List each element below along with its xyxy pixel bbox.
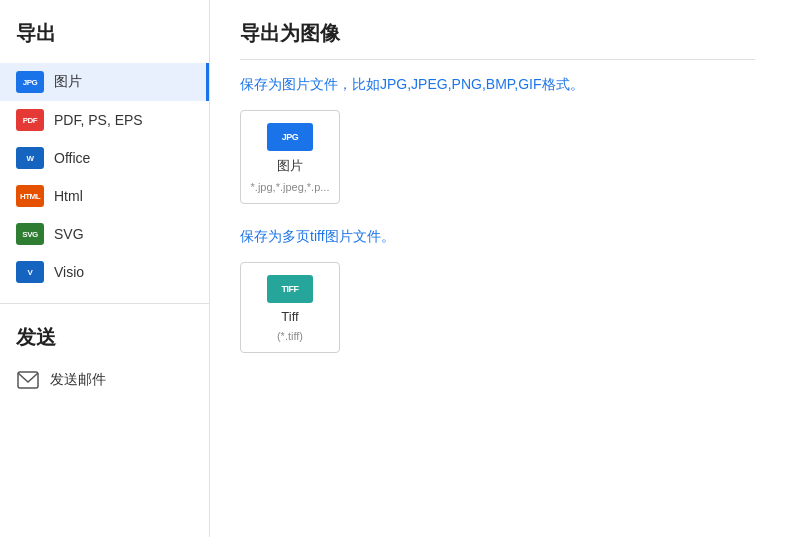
main-content: 导出为图像 保存为图片文件，比如JPG,JPEG,PNG,BMP,GIF格式。 … xyxy=(210,0,785,537)
sidebar-item-html[interactable]: HTML Html xyxy=(0,177,209,215)
svg-icon: SVG xyxy=(16,223,44,245)
main-title: 导出为图像 xyxy=(240,20,755,60)
jpg-icon: JPG xyxy=(16,71,44,93)
tiff-card-ext: (*.tiff) xyxy=(277,330,303,342)
format-cards-section2: TIFF Tiff (*.tiff) xyxy=(240,262,755,353)
format-card-jpg[interactable]: JPG 图片 *.jpg,*.jpeg,*.p... xyxy=(240,110,340,204)
format-cards-section1: JPG 图片 *.jpg,*.jpeg,*.p... xyxy=(240,110,755,204)
section2-description: 保存为多页tiff图片文件。 xyxy=(240,228,755,246)
sidebar-divider xyxy=(0,303,209,304)
svg-rect-0 xyxy=(18,372,38,388)
jpg-card-ext: *.jpg,*.jpeg,*.p... xyxy=(251,181,330,193)
format-card-tiff[interactable]: TIFF Tiff (*.tiff) xyxy=(240,262,340,353)
html-icon: HTML xyxy=(16,185,44,207)
sidebar-label-html: Html xyxy=(54,188,83,204)
export-section-title: 导出 xyxy=(0,20,209,63)
section1-description: 保存为图片文件，比如JPG,JPEG,PNG,BMP,GIF格式。 xyxy=(240,76,755,94)
jpg-card-name: 图片 xyxy=(277,157,303,175)
tiff-card-name: Tiff xyxy=(281,309,298,324)
sidebar-label-images: 图片 xyxy=(54,73,82,91)
email-icon xyxy=(16,371,40,389)
send-section-title: 发送 xyxy=(0,316,209,363)
sidebar-item-images[interactable]: JPG 图片 xyxy=(0,63,209,101)
sidebar-label-pdf: PDF, PS, EPS xyxy=(54,112,143,128)
sidebar-label-visio: Visio xyxy=(54,264,84,280)
sidebar: 导出 JPG 图片 PDF PDF, PS, EPS W Office HTML… xyxy=(0,0,210,537)
word-icon: W xyxy=(16,147,44,169)
pdf-icon: PDF xyxy=(16,109,44,131)
sidebar-item-email[interactable]: 发送邮件 xyxy=(0,363,209,397)
sidebar-label-office: Office xyxy=(54,150,90,166)
jpg-badge: JPG xyxy=(267,123,313,151)
tiff-badge: TIFF xyxy=(267,275,313,303)
sidebar-item-visio[interactable]: V Visio xyxy=(0,253,209,291)
sidebar-label-svg: SVG xyxy=(54,226,84,242)
sidebar-item-pdf[interactable]: PDF PDF, PS, EPS xyxy=(0,101,209,139)
visio-icon: V xyxy=(16,261,44,283)
sidebar-item-office[interactable]: W Office xyxy=(0,139,209,177)
sidebar-label-email: 发送邮件 xyxy=(50,371,106,389)
sidebar-item-svg[interactable]: SVG SVG xyxy=(0,215,209,253)
